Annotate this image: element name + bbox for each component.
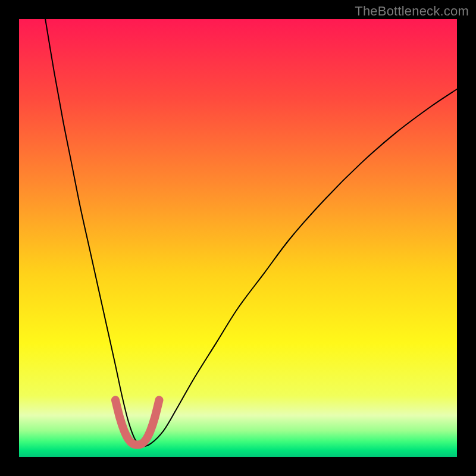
- gradient-background: [19, 19, 457, 457]
- watermark-text: TheBottleneck.com: [355, 4, 469, 19]
- plot-svg: [19, 19, 457, 457]
- chart-frame: TheBottleneck.com: [0, 0, 476, 476]
- plot-area: [19, 19, 457, 457]
